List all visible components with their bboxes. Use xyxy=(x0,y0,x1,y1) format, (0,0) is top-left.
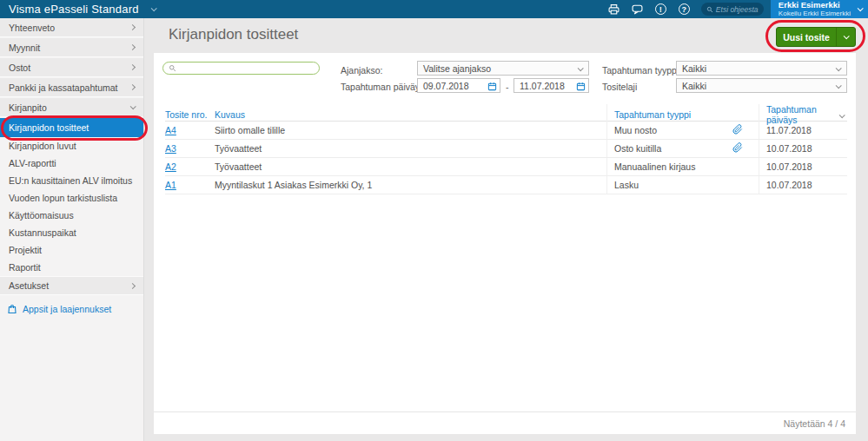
new-tosite-dropdown[interactable] xyxy=(836,28,855,46)
chevron-down-icon xyxy=(836,82,842,89)
content-panel: Ajanjakso: Valitse ajanjakso Tapahtuman … xyxy=(154,53,856,434)
sidebar-item-kirjanpidon-tositteet[interactable]: Kirjanpidon tositteet xyxy=(0,118,143,137)
help-search-placeholder: Etsi ohjeesta xyxy=(716,5,759,14)
help-icon[interactable]: ? xyxy=(678,3,691,16)
chevron-down-icon xyxy=(130,103,136,109)
app-menu-chevron-down-icon[interactable] xyxy=(150,5,156,11)
ajanjakso-label: Ajanjakso: xyxy=(341,65,382,76)
table-row[interactable]: A1 Myyntilaskut 1 Asiakas Esimerkki Oy, … xyxy=(165,176,847,194)
chevron-down-icon xyxy=(578,65,584,71)
sidebar: Yhteenveto Myynnit Ostot Pankki ja kassa… xyxy=(0,18,144,441)
user-menu-chevron-down-icon xyxy=(858,5,864,11)
chevron-right-icon xyxy=(129,44,136,50)
paivays-label: Tapahtuman päiväys xyxy=(341,82,424,92)
cell-tyyppi: Lasku xyxy=(606,176,732,194)
calendar-icon[interactable] xyxy=(487,82,497,91)
cell-paivays: 10.07.2018 xyxy=(759,176,838,194)
filter-search-input[interactable] xyxy=(180,63,314,73)
tositelaji-select[interactable]: Kaikki xyxy=(676,78,847,93)
cell-tyyppi: Muu nosto xyxy=(606,122,732,139)
sidebar-item-kustannuspaikat[interactable]: Kustannuspaikat xyxy=(0,224,143,241)
user-name: Erkki Esimerkki xyxy=(779,1,851,10)
alert-info-icon[interactable]: ! xyxy=(654,3,667,16)
chevron-down-icon xyxy=(836,65,842,71)
date-range-separator: - xyxy=(506,82,509,92)
sidebar-item-yhteenveto[interactable]: Yhteenveto xyxy=(0,18,143,37)
chevron-right-icon xyxy=(129,24,136,30)
cell-paivays: 10.07.2018 xyxy=(759,158,838,175)
sidebar-item-ostot[interactable]: Ostot xyxy=(0,58,143,77)
print-icon[interactable] xyxy=(607,3,620,16)
cell-tyyppi: Osto kuitilla xyxy=(606,140,732,157)
tosite-link[interactable]: A4 xyxy=(165,125,176,135)
table-row[interactable]: A2 Työvaatteet Manuaalinen kirjaus 10.07… xyxy=(165,158,847,176)
calendar-icon[interactable] xyxy=(576,82,586,91)
ajanjakso-select[interactable]: Valitse ajanjakso xyxy=(417,61,589,76)
sort-chevron-down-icon[interactable] xyxy=(839,109,847,120)
topbar: Visma ePasseli Standard ! ? Etsi ohjeest… xyxy=(0,0,868,18)
chevron-right-icon xyxy=(129,282,136,288)
attachment-paperclip-icon[interactable] xyxy=(732,124,759,136)
chevron-right-icon xyxy=(129,84,136,90)
cell-kuvaus: Työvaatteet xyxy=(215,143,606,154)
help-search-input[interactable]: Etsi ohjeesta xyxy=(701,3,764,16)
date-to-input[interactable]: 11.07.2018 xyxy=(514,78,589,93)
cell-kuvaus: Siirto omalle tilille xyxy=(215,125,606,135)
search-icon xyxy=(706,6,713,13)
date-from-input[interactable]: 09.07.2018 xyxy=(417,78,500,93)
table-footer: Näytetään 4 / 4 xyxy=(154,411,856,434)
sidebar-item-kirjanpito[interactable]: Kirjanpito xyxy=(0,98,143,117)
table-header-row: Tosite nro. Kuvaus Tapahtuman tyyppi Tap… xyxy=(165,104,847,122)
sidebar-item-kayttoomaisuus[interactable]: Käyttöomaisuus xyxy=(0,207,143,224)
sidebar-item-projektit[interactable]: Projektit xyxy=(0,241,143,259)
new-tosite-button[interactable]: Uusi tosite xyxy=(776,27,856,47)
table-row[interactable]: A3 Työvaatteet Osto kuitilla 10.07.2018 xyxy=(165,140,847,158)
tosite-table: Tosite nro. Kuvaus Tapahtuman tyyppi Tap… xyxy=(165,104,847,194)
chat-icon[interactable] xyxy=(631,3,644,16)
new-tosite-label: Uusi tosite xyxy=(777,28,836,46)
sidebar-item-pankki[interactable]: Pankki ja kassatapahtumat xyxy=(0,78,143,97)
sidebar-item-appsit-ja-laajennukset[interactable]: Appsit ja laajennukset xyxy=(0,300,143,318)
shopping-bag-icon xyxy=(7,304,17,314)
chevron-down-icon xyxy=(844,33,850,39)
tosite-link[interactable]: A2 xyxy=(165,161,176,172)
tosite-link[interactable]: A3 xyxy=(165,143,176,154)
header-kuvaus[interactable]: Kuvaus xyxy=(215,109,606,120)
search-icon xyxy=(169,64,176,72)
user-menu[interactable]: Erkki Esimerkki Kokeilu Erkki Esimerkki xyxy=(771,0,868,18)
sidebar-item-alv-raportti[interactable]: ALV-raportti xyxy=(0,155,143,172)
sidebar-item-asetukset[interactable]: Asetukset xyxy=(0,276,143,295)
chevron-right-icon xyxy=(129,64,136,70)
sidebar-item-raportit[interactable]: Raportit xyxy=(0,259,143,276)
results-count: Näytetään 4 / 4 xyxy=(784,418,845,429)
cell-paivays: 10.07.2018 xyxy=(759,140,838,157)
cell-kuvaus: Työvaatteet xyxy=(215,161,606,172)
attachment-paperclip-icon[interactable] xyxy=(732,142,759,155)
user-company: Kokeilu Erkki Esimerkki xyxy=(779,10,851,17)
table-row[interactable]: A4 Siirto omalle tilille Muu nosto 11.07… xyxy=(165,122,847,140)
cell-kuvaus: Myyntilaskut 1 Asiakas Esimerkki Oy, 1 xyxy=(215,180,606,190)
cell-paivays: 11.07.2018 xyxy=(759,122,838,139)
header-tosite-nro[interactable]: Tosite nro. xyxy=(165,109,215,120)
cell-tyyppi: Manuaalinen kirjaus xyxy=(606,158,732,175)
tosite-link[interactable]: A1 xyxy=(165,180,176,190)
tapahtuman-tyyppi-select[interactable]: Kaikki xyxy=(676,61,847,76)
sidebar-item-eu-kausittainen-alv[interactable]: EU:n kausittainen ALV ilmoitus xyxy=(0,172,143,189)
page-title: Kirjanpidon tositteet xyxy=(169,26,298,43)
sidebar-item-kirjanpidon-luvut[interactable]: Kirjanpidon luvut xyxy=(0,137,143,155)
sidebar-item-myynnit[interactable]: Myynnit xyxy=(0,38,143,57)
tositelaji-label: Tositelaji xyxy=(602,82,637,92)
tapahtuman-tyyppi-label: Tapahtuman tyyppi xyxy=(602,65,679,76)
app-title[interactable]: Visma ePasseli Standard xyxy=(0,3,139,16)
sidebar-item-vuoden-lopun-tarkistuslista[interactable]: Vuoden lopun tarkistuslista xyxy=(0,189,143,207)
filter-search xyxy=(162,62,320,75)
